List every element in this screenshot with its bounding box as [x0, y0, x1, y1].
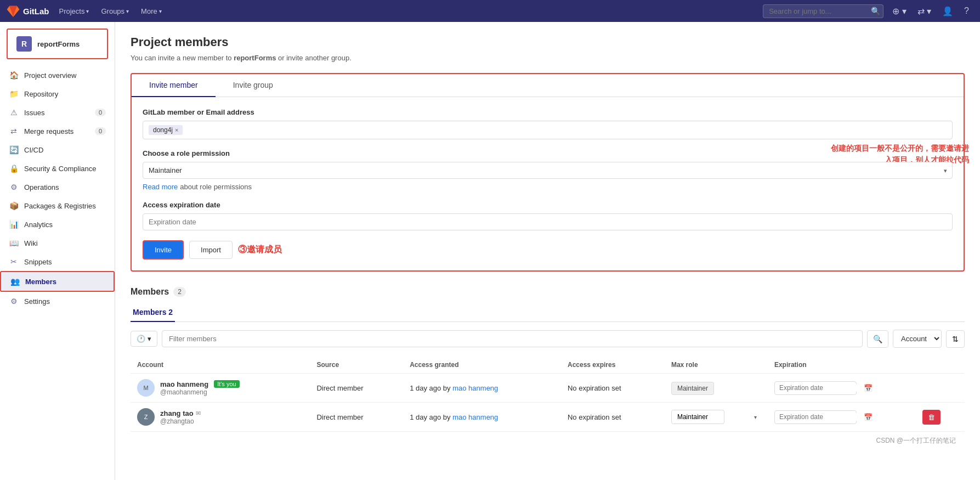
invite-tab-content: GitLab member or Email address dong4j × …	[132, 97, 964, 270]
expiry-wrapper-2: 📅	[774, 410, 857, 424]
sidebar-item-repository[interactable]: 📁 Repository	[0, 84, 115, 103]
expiry-date-input-2[interactable]	[779, 413, 862, 421]
role-help-text: Read more about role permissions	[143, 182, 953, 191]
expiry-input[interactable]	[143, 213, 953, 230]
sidebar-item-members[interactable]: 👥 Members	[0, 271, 115, 292]
members-count: 2	[173, 287, 186, 297]
calendar-icon-2[interactable]: 📅	[864, 413, 873, 421]
sidebar-item-snippets[interactable]: ✂ Snippets	[0, 252, 115, 271]
project-header[interactable]: R reportForms	[7, 29, 108, 59]
invite-button[interactable]: Invite	[143, 240, 184, 259]
role-select-chevron-icon: ▾	[754, 414, 757, 420]
top-navigation: GitLab Projects ▾ Groups ▾ More ▾ 🔍 ⊕ ▾ …	[0, 0, 980, 22]
nav-groups[interactable]: Groups ▾	[95, 5, 134, 18]
sidebar-item-issues[interactable]: ⚠ Issues 0	[0, 103, 115, 122]
main-content: Project members You can invite a new mem…	[115, 22, 980, 480]
role-badge-1: Maintainer	[671, 382, 714, 395]
sidebar-item-analytics[interactable]: 📊 Analytics	[0, 215, 115, 234]
repository-icon: 📁	[9, 89, 19, 98]
invite-btn-group: Invite Import ③邀请成员	[143, 240, 953, 259]
gitlab-logo[interactable]: GitLab	[7, 4, 49, 18]
td-access-granted-1: 1 day ago by mao hanmeng	[403, 374, 561, 403]
home-icon: 🏠	[9, 71, 19, 80]
expiry-wrapper-1: 📅	[774, 381, 857, 395]
sidebar-item-merge-requests[interactable]: ⇄ Merge requests 0	[0, 122, 115, 140]
td-max-role-2: Maintainer ▾	[665, 403, 768, 432]
member-username-1: @maohanmeng	[160, 388, 240, 396]
tab-invite-member[interactable]: Invite member	[132, 74, 216, 97]
chevron-down-icon: ▾	[86, 8, 89, 14]
members-tab-active[interactable]: Members 2	[131, 303, 175, 322]
role-select-2[interactable]: Maintainer	[671, 410, 724, 424]
sidebar: R reportForms ①进入项目 🏠 Project overview 📁…	[0, 22, 115, 480]
issues-icon: ⚠	[9, 108, 19, 117]
search-input[interactable]	[763, 4, 883, 18]
member-username-2: @zhangtao	[160, 417, 201, 425]
sidebar-item-operations[interactable]: ⚙ Operations	[0, 178, 115, 196]
calendar-icon-1[interactable]: 📅	[864, 384, 873, 392]
tabs-header: Invite member Invite group	[132, 74, 964, 97]
sidebar-item-security[interactable]: 🔒 Security & Compliance	[0, 159, 115, 178]
sidebar-item-wiki[interactable]: 📖 Wiki	[0, 234, 115, 252]
user-icon[interactable]: 👤	[938, 4, 958, 19]
th-source: Source	[310, 357, 403, 374]
expiry-date-input-1[interactable]	[779, 384, 862, 392]
invite-tabs-container: Invite member Invite group GitLab member…	[131, 73, 965, 272]
sort-icon-button[interactable]: ⇅	[946, 330, 965, 348]
member-name-1: mao hanmeng	[160, 380, 208, 388]
app-layout: R reportForms ①进入项目 🏠 Project overview 📁…	[0, 22, 980, 480]
filter-search-button[interactable]: 🔍	[867, 330, 888, 348]
td-source-2: Direct member	[310, 403, 403, 432]
sidebar-item-settings[interactable]: ⚙ Settings	[0, 292, 115, 310]
access-granted-link-1[interactable]: mao hanmeng	[452, 384, 498, 392]
member-badge-1: It's you	[214, 380, 240, 388]
td-access-expires-2: No expiration set	[561, 403, 665, 432]
page-title: Project members	[131, 35, 965, 49]
top-nav-icons: ⊕ ▾ ⇄ ▾ 👤 ?	[888, 4, 973, 19]
import-button[interactable]: Import	[189, 241, 233, 259]
clock-icon: 🕐	[137, 335, 145, 343]
member-avatar-1: M	[137, 379, 155, 397]
question-icon[interactable]: ?	[960, 4, 973, 18]
member-details-2: zhang tao ✉ @zhangtao	[160, 409, 201, 425]
member-name-2: zhang tao	[160, 409, 194, 417]
sidebar-item-packages[interactable]: 📦 Packages & Registries	[0, 196, 115, 215]
member-avatar-2: Z	[137, 408, 155, 426]
table-row: M mao hanmeng It's you @maohanmeng	[131, 374, 965, 403]
issues-badge: 0	[95, 109, 106, 116]
settings-icon: ⚙	[9, 297, 19, 306]
sort-icon: ⇅	[952, 335, 959, 343]
search-icon: 🔍	[873, 335, 882, 343]
member-tag-input[interactable]: dong4j ×	[143, 121, 953, 139]
search-wrapper: 🔍	[763, 4, 883, 18]
tag-remove-icon[interactable]: ×	[175, 127, 178, 133]
delete-member-button[interactable]: 🗑	[922, 410, 941, 425]
td-expiration-1: 📅	[768, 374, 916, 403]
plus-icon[interactable]: ⊕ ▾	[888, 4, 910, 19]
filter-members-input[interactable]	[162, 330, 863, 347]
th-max-role: Max role	[665, 357, 768, 374]
project-name: reportForms	[37, 40, 80, 48]
filter-sort-button[interactable]: 🕐 ▾	[131, 331, 157, 347]
members-section: Members 2 Members 2 🕐 ▾ 🔍 Account	[131, 287, 965, 432]
table-body: M mao hanmeng It's you @maohanmeng	[131, 374, 965, 432]
search-icon[interactable]: 🔍	[871, 7, 880, 15]
wiki-icon: 📖	[9, 239, 19, 247]
member-details-1: mao hanmeng It's you @maohanmeng	[160, 380, 240, 396]
td-source-1: Direct member	[310, 374, 403, 403]
th-expiration: Expiration	[768, 357, 916, 374]
nav-more[interactable]: More ▾	[135, 5, 167, 18]
account-filter-select[interactable]: Account	[893, 330, 942, 348]
members-table: Account Source Access granted Access exp…	[131, 357, 965, 432]
read-more-link[interactable]: Read more	[143, 183, 178, 191]
td-actions-2: 🗑	[916, 403, 965, 432]
sidebar-item-project-overview[interactable]: 🏠 Project overview	[0, 66, 115, 84]
sidebar-item-cicd[interactable]: 🔄 CI/CD	[0, 140, 115, 159]
tab-invite-group[interactable]: Invite group	[216, 74, 291, 97]
merge-request-icon[interactable]: ⇄ ▾	[913, 4, 936, 19]
role-select-wrapper: Maintainer ▾	[143, 162, 953, 179]
csdn-watermark: CSDN @一个打工仔的笔记	[131, 432, 965, 450]
role-select[interactable]: Maintainer	[143, 162, 953, 179]
nav-projects[interactable]: Projects ▾	[54, 5, 95, 18]
access-granted-link-2[interactable]: mao hanmeng	[452, 413, 498, 421]
